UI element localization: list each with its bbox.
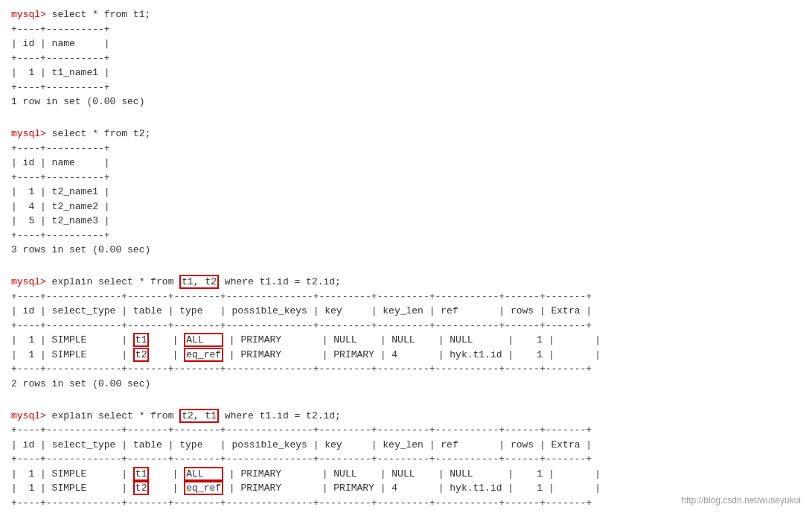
explain2-table-highlight: t2, t1 (179, 409, 219, 423)
explain2-sql: explain select * from t2, t1 where t1.id… (46, 409, 341, 423)
t2-border2: +----+----------+ (11, 171, 801, 185)
explain1-all-highlight: ALL (184, 333, 223, 347)
t2-prompt: mysql> (11, 128, 46, 139)
explain2-header: | id | select_type | table | type | poss… (11, 438, 801, 453)
blank1 (11, 112, 801, 127)
explain1-border2: +----+-------------+-------+--------+---… (11, 319, 801, 334)
t2-result: 3 rows in set (0.00 sec) (11, 243, 801, 258)
t1-sql: select * from t1; (46, 9, 150, 20)
explain2-eqref-highlight: eq_ref (184, 481, 223, 495)
t1-prompt-line: mysql> select * from t1; (11, 7, 801, 22)
explain2-t2-highlight: t2 (133, 481, 150, 495)
t1-prompt: mysql> (11, 9, 46, 20)
explain2-row1: | 1 | SIMPLE | t1 | ALL | PRIMARY | NULL… (11, 467, 801, 482)
explain1-prompt-line: mysql> explain select * from t1, t2 wher… (11, 275, 801, 290)
explain1-prompt: mysql> (11, 276, 46, 287)
t1-header: | id | name | (11, 36, 801, 51)
explain2-row2: | 1 | SIMPLE | t2 | eq_ref | PRIMARY | P… (11, 481, 801, 496)
explain1-row1: | 1 | SIMPLE | t1 | ALL | PRIMARY | NULL… (11, 333, 801, 348)
explain1-section: mysql> explain select * from t1, t2 wher… (11, 275, 801, 391)
t2-row1: | 1 | t2_name1 | (11, 185, 801, 200)
t1-result: 1 row in set (0.00 sec) (11, 95, 801, 109)
blank3 (11, 394, 801, 409)
t1-border3: +----+----------+ (11, 80, 801, 95)
explain2-border1: +----+-------------+-------+--------+---… (11, 423, 801, 438)
explain1-eqref-highlight: eq_ref (184, 348, 223, 362)
explain2-prompt-line: mysql> explain select * from t2, t1 wher… (11, 409, 801, 424)
explain2-result: 2 rows in set (0.00 sec) (11, 510, 801, 513)
t2-row2: | 4 | t2_name2 | (11, 200, 801, 214)
explain2-border2: +----+-------------+-------+--------+---… (11, 452, 801, 467)
watermark: http://blog.csdn.net/wuseyukui (681, 495, 801, 506)
explain1-sql: explain select * from t1, t2 where t1.id… (46, 275, 341, 289)
t2-border3: +----+----------+ (11, 229, 801, 243)
explain1-border1: +----+-------------+-------+--------+---… (11, 290, 801, 305)
explain1-table-highlight: t1, t2 (179, 275, 219, 289)
explain1-result: 2 rows in set (0.00 sec) (11, 377, 801, 392)
explain1-border3: +----+-------------+-------+--------+---… (11, 362, 801, 377)
t1-border1: +----+----------+ (11, 22, 801, 37)
t1-section: mysql> select * from t1; +----+---------… (11, 7, 801, 109)
explain2-t1-highlight: t1 (133, 467, 150, 481)
t2-prompt-line: mysql> select * from t2; (11, 127, 801, 141)
explain1-t2-highlight: t2 (133, 348, 150, 362)
terminal-output: mysql> select * from t1; +----+---------… (11, 7, 801, 513)
t2-section: mysql> select * from t2; +----+---------… (11, 127, 801, 258)
blank2 (11, 261, 801, 275)
t2-row3: | 5 | t2_name3 | (11, 214, 801, 229)
t1-border2: +----+----------+ (11, 51, 801, 66)
explain2-prompt: mysql> (11, 410, 46, 421)
t2-sql: select * from t2; (46, 128, 150, 139)
t2-header: | id | name | (11, 156, 801, 171)
explain1-header: | id | select_type | table | type | poss… (11, 304, 801, 319)
t2-border1: +----+----------+ (11, 141, 801, 156)
explain1-t1-highlight: t1 (133, 333, 150, 347)
explain2-all-highlight: ALL (184, 467, 223, 481)
t1-row1: | 1 | t1_name1 | (11, 66, 801, 80)
explain1-row2: | 1 | SIMPLE | t2 | eq_ref | PRIMARY | P… (11, 348, 801, 363)
